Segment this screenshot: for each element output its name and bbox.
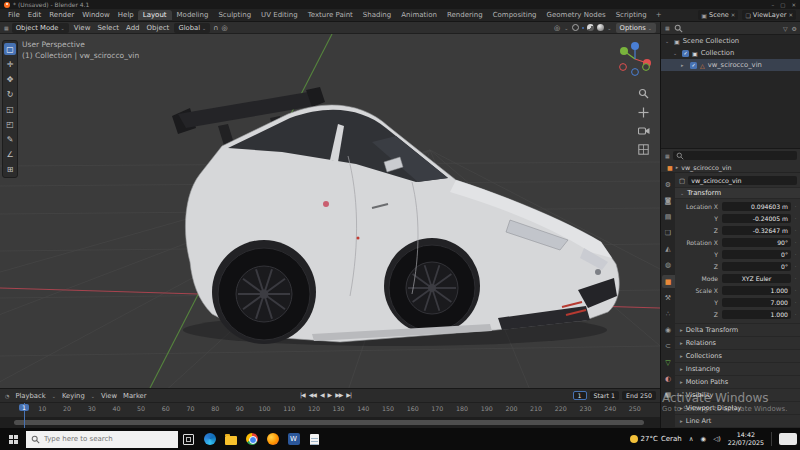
disclosure-icon[interactable]: ⌄ bbox=[665, 38, 671, 44]
tab-world[interactable]: ◍ bbox=[662, 259, 675, 272]
outliner-row-collection[interactable]: ⌄ ✓ ▣ Collection bbox=[661, 47, 800, 59]
shading-dropdown-icon[interactable]: ⌄ bbox=[607, 25, 611, 31]
taskbar-search[interactable] bbox=[26, 431, 178, 448]
workspace-tab-sculpting[interactable]: Sculpting bbox=[213, 10, 256, 20]
tab-material[interactable]: ◐ bbox=[662, 372, 675, 385]
rotation-z-field[interactable]: 0° bbox=[722, 262, 791, 271]
word-button[interactable]: W bbox=[283, 428, 304, 450]
navigation-gizmo[interactable] bbox=[616, 40, 654, 78]
next-keyframe-button[interactable]: ▶▶ bbox=[335, 391, 342, 398]
menu-edit[interactable]: Edit bbox=[24, 11, 46, 19]
cursor-tool-icon[interactable]: ✛ bbox=[4, 58, 16, 70]
lock-icon[interactable]: · bbox=[793, 299, 798, 305]
panel-collections[interactable]: ▸Collections bbox=[675, 349, 800, 362]
taskbar-clock[interactable]: 14:42 22/07/2025 bbox=[728, 431, 764, 447]
panel-visibility[interactable]: ▸Visibility bbox=[675, 388, 800, 401]
prev-keyframe-button[interactable]: ◀◀ bbox=[309, 391, 316, 398]
edge-button[interactable] bbox=[199, 428, 220, 450]
panel-line-art[interactable]: ▸Line Art bbox=[675, 414, 800, 427]
rotation-x-field[interactable]: 90° bbox=[722, 238, 791, 247]
scale-y-field[interactable]: 7.000 bbox=[722, 298, 791, 307]
annotate-tool-icon[interactable]: ✎ bbox=[4, 133, 16, 145]
tab-physics[interactable]: ◉ bbox=[662, 324, 675, 337]
workspace-tab-animation[interactable]: Animation bbox=[396, 10, 442, 20]
orientation-dropdown[interactable]: Global ⌄ bbox=[174, 23, 210, 33]
collection-checkbox[interactable]: ✓ bbox=[682, 50, 689, 57]
jump-end-button[interactable]: ▶| bbox=[346, 391, 351, 398]
menu-marker[interactable]: Marker bbox=[123, 392, 147, 400]
menu-playback[interactable]: Playback bbox=[15, 392, 45, 400]
gizmo-toggle-icon[interactable]: ◎ bbox=[554, 24, 560, 32]
panel-motion-paths[interactable]: ▸Motion Paths bbox=[675, 375, 800, 388]
outliner-row-scene-collection[interactable]: ⌄ ▣ Scene Collection bbox=[661, 35, 800, 47]
workspace-tab-scripting[interactable]: Scripting bbox=[611, 10, 652, 20]
workspace-tab-rendering[interactable]: Rendering bbox=[442, 10, 488, 20]
location-y-field[interactable]: -0.24005 m bbox=[722, 214, 791, 223]
menu-select[interactable]: Select bbox=[95, 24, 121, 32]
scale-tool-icon[interactable]: ◱ bbox=[4, 103, 16, 115]
workspace-tab-geometry-nodes[interactable]: Geometry Nodes bbox=[542, 10, 611, 20]
task-view-button[interactable] bbox=[178, 428, 199, 450]
search-icon[interactable] bbox=[674, 24, 683, 33]
menu-add[interactable]: Add bbox=[124, 24, 142, 32]
panel-instancing[interactable]: ▸Instancing bbox=[675, 362, 800, 375]
taskbar-weather[interactable]: 27°C Cerah bbox=[630, 435, 682, 443]
tab-texture[interactable]: ▦ bbox=[662, 388, 675, 401]
current-frame-field[interactable]: 1 bbox=[573, 391, 587, 400]
tab-particles[interactable]: ∴ bbox=[662, 308, 675, 321]
mode-dropdown[interactable]: Object Mode ⌄ bbox=[12, 23, 69, 33]
menu-render[interactable]: Render bbox=[45, 11, 78, 19]
shading-solid-active[interactable] bbox=[582, 27, 584, 29]
timeline-ruler[interactable]: 1 10203040506070809010011012013014015016… bbox=[0, 402, 660, 417]
playhead-badge[interactable]: 1 bbox=[19, 404, 29, 411]
notification-center-button[interactable] bbox=[779, 433, 797, 445]
viewport-3d[interactable]: User Perspective (1) Collection | vw_sci… bbox=[0, 34, 660, 388]
workspace-tab-modeling[interactable]: Modeling bbox=[172, 10, 214, 20]
select-tool-icon[interactable]: ▢ bbox=[4, 43, 16, 55]
tab-constraints[interactable]: ⊂ bbox=[662, 340, 675, 353]
lock-icon[interactable]: · bbox=[793, 251, 798, 257]
zoom-icon[interactable] bbox=[638, 88, 649, 99]
menu-window[interactable]: Window bbox=[78, 11, 114, 19]
rotate-tool-icon[interactable]: ↻ bbox=[4, 88, 16, 100]
scene-selector[interactable]: ▣ Scene ✕ bbox=[698, 10, 738, 20]
menu-view[interactable]: View bbox=[72, 24, 93, 32]
disclosure-icon[interactable]: ▸ bbox=[681, 62, 687, 68]
lock-icon[interactable]: · bbox=[793, 203, 798, 209]
tab-modifiers[interactable]: ⚒ bbox=[662, 291, 675, 304]
file-explorer-button[interactable] bbox=[220, 428, 241, 450]
add-workspace-button[interactable]: + bbox=[652, 11, 666, 19]
network-icon[interactable]: ◉ bbox=[700, 435, 706, 443]
jump-start-button[interactable]: |◀ bbox=[300, 391, 305, 398]
menu-keying[interactable]: Keying bbox=[62, 392, 85, 400]
workspace-tab-layout[interactable]: Layout bbox=[138, 10, 172, 20]
lock-icon[interactable]: · bbox=[793, 287, 798, 293]
chrome-button[interactable] bbox=[241, 428, 262, 450]
shading-rendered-icon[interactable] bbox=[597, 24, 604, 31]
start-button[interactable] bbox=[0, 428, 26, 450]
transform-panel-header[interactable]: ⌄ Transform bbox=[675, 187, 800, 199]
maximize-button[interactable]: ▢ bbox=[780, 2, 785, 8]
menu-timeline-view[interactable]: View bbox=[101, 392, 117, 400]
rotation-y-field[interactable]: 0° bbox=[722, 250, 791, 259]
editor-type-icon[interactable]: ▦ bbox=[4, 25, 9, 31]
location-x-field[interactable]: 0.094603 m bbox=[722, 202, 791, 211]
menu-help[interactable]: Help bbox=[114, 11, 138, 19]
workspace-tab-uv-editing[interactable]: UV Editing bbox=[256, 10, 303, 20]
shading-wireframe-icon[interactable] bbox=[572, 24, 579, 31]
properties-search-field[interactable] bbox=[673, 151, 797, 160]
volume-icon[interactable]: ◁) bbox=[713, 435, 721, 443]
snap-magnet-icon[interactable]: ∩ bbox=[213, 24, 218, 32]
menu-object[interactable]: Object bbox=[145, 24, 172, 32]
lock-icon[interactable]: · bbox=[793, 263, 798, 269]
tab-render[interactable]: ◙ bbox=[662, 194, 675, 207]
proportional-edit-icon[interactable]: ◎ bbox=[221, 24, 227, 32]
overlays-dropdown-icon[interactable]: ⌄ bbox=[564, 25, 568, 31]
object-name-field[interactable]: vw_scirocco_vin bbox=[688, 176, 797, 185]
timeline-editor-icon[interactable]: ◔ bbox=[5, 393, 9, 399]
panel-relations[interactable]: ▸Relations bbox=[675, 336, 800, 349]
filter-icon[interactable]: ▽ bbox=[783, 25, 788, 32]
ortho-toggle-icon[interactable] bbox=[638, 144, 649, 155]
pan-icon[interactable] bbox=[638, 107, 649, 118]
measure-tool-icon[interactable]: ∠ bbox=[4, 148, 16, 160]
